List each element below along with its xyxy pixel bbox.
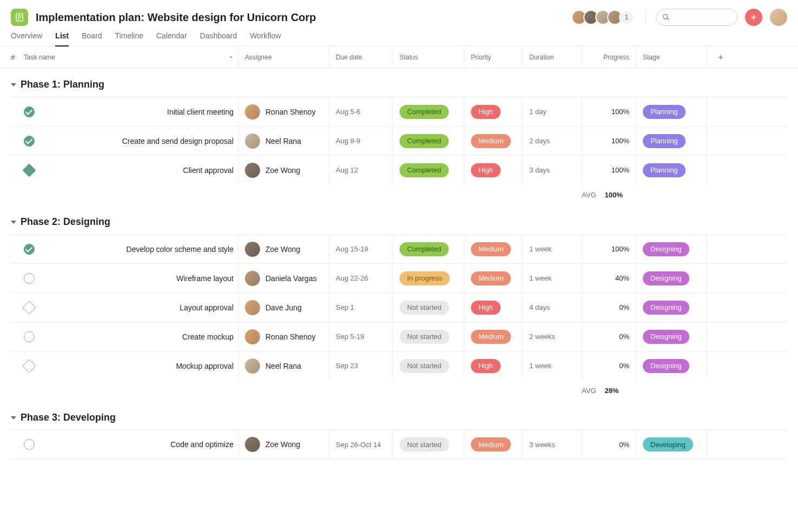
task-name[interactable]: Initial client meeting bbox=[167, 108, 234, 116]
priority-pill[interactable]: High bbox=[471, 163, 501, 177]
stage-pill[interactable]: Developing bbox=[643, 437, 693, 451]
assignee-cell[interactable]: Dave Jung bbox=[245, 300, 302, 315]
task-row[interactable]: Wireframe layoutDaniela VargasAug 22-26I… bbox=[11, 263, 787, 292]
tab-dashboard[interactable]: Dashboard bbox=[200, 31, 237, 46]
task-name[interactable]: Client approval bbox=[183, 166, 234, 175]
stage-pill[interactable]: Designing bbox=[643, 242, 689, 256]
task-name[interactable]: Create mockup bbox=[182, 332, 234, 341]
status-pill[interactable]: Completed bbox=[400, 163, 449, 177]
priority-pill[interactable]: Medium bbox=[471, 134, 511, 148]
due-date[interactable]: Aug 8-9 bbox=[336, 137, 361, 145]
task-row[interactable]: Mockup approvalNeel RanaSep 23Not starte… bbox=[11, 351, 787, 380]
complete-check-icon[interactable] bbox=[24, 273, 35, 284]
status-pill[interactable]: Completed bbox=[400, 242, 449, 256]
stage-pill[interactable]: Designing bbox=[643, 271, 689, 285]
due-date[interactable]: Aug 22-26 bbox=[336, 274, 368, 282]
milestone-icon[interactable] bbox=[22, 359, 36, 373]
priority-pill[interactable]: High bbox=[471, 301, 501, 315]
task-name[interactable]: Layout approval bbox=[179, 303, 234, 312]
add-button[interactable] bbox=[745, 9, 762, 26]
col-header-duration[interactable]: Duration bbox=[522, 46, 582, 68]
profile-avatar[interactable] bbox=[770, 9, 787, 26]
col-header-due[interactable]: Due date bbox=[329, 46, 393, 68]
add-column-button[interactable] bbox=[706, 46, 728, 68]
tab-timeline[interactable]: Timeline bbox=[115, 31, 143, 46]
task-name[interactable]: Mockup approval bbox=[176, 362, 234, 370]
progress-text[interactable]: 100% bbox=[611, 137, 629, 145]
duration-text[interactable]: 2 weeks bbox=[529, 332, 555, 341]
task-name[interactable]: Create and send design proposal bbox=[122, 137, 234, 145]
complete-check-icon[interactable] bbox=[24, 331, 35, 342]
project-icon[interactable] bbox=[11, 9, 28, 26]
task-row[interactable]: Client approvalZoe WongAug 12CompletedHi… bbox=[11, 155, 787, 184]
chevron-down-icon[interactable] bbox=[228, 55, 234, 60]
duration-text[interactable]: 2 days bbox=[529, 137, 550, 145]
due-date[interactable]: Aug 12 bbox=[336, 166, 358, 174]
section-header[interactable]: Phase 3: Developing bbox=[11, 401, 787, 430]
project-title[interactable]: Implementation plan: Website design for … bbox=[36, 11, 564, 24]
task-row[interactable]: Create and send design proposalNeel Rana… bbox=[11, 126, 787, 155]
priority-pill[interactable]: High bbox=[471, 105, 501, 119]
progress-text[interactable]: 100% bbox=[611, 108, 629, 116]
duration-text[interactable]: 1 week bbox=[529, 245, 551, 253]
progress-text[interactable]: 0% bbox=[619, 362, 629, 370]
stage-pill[interactable]: Designing bbox=[643, 359, 689, 373]
due-date[interactable]: Aug 5-6 bbox=[336, 108, 361, 116]
complete-check-icon[interactable] bbox=[24, 107, 35, 117]
col-header-assignee[interactable]: Assignee bbox=[238, 46, 329, 68]
search-input[interactable] bbox=[656, 9, 737, 26]
stage-pill[interactable]: Planning bbox=[643, 105, 686, 119]
due-date[interactable]: Sep 26-Oct 14 bbox=[336, 441, 381, 449]
due-date[interactable]: Aug 15-19 bbox=[336, 245, 368, 253]
progress-text[interactable]: 0% bbox=[619, 441, 629, 449]
duration-text[interactable]: 1 week bbox=[529, 274, 551, 282]
col-header-status[interactable]: Status bbox=[393, 46, 464, 68]
task-name[interactable]: Code and optimize bbox=[170, 440, 234, 449]
due-date[interactable]: Sep 23 bbox=[336, 362, 358, 370]
duration-text[interactable]: 4 days bbox=[529, 303, 550, 311]
assignee-cell[interactable]: Ronan Shenoy bbox=[245, 329, 316, 344]
assignee-cell[interactable]: Daniela Vargas bbox=[245, 271, 317, 286]
col-header-progress[interactable]: Progress bbox=[582, 46, 636, 68]
section-header[interactable]: Phase 2: Designing bbox=[11, 205, 787, 234]
task-row[interactable]: Develop color scheme and styleZoe WongAu… bbox=[11, 234, 787, 263]
status-pill[interactable]: Not started bbox=[400, 301, 449, 315]
status-pill[interactable]: Completed bbox=[400, 134, 449, 148]
tab-board[interactable]: Board bbox=[82, 31, 102, 46]
stage-pill[interactable]: Designing bbox=[643, 330, 689, 344]
duration-text[interactable]: 1 week bbox=[529, 362, 551, 370]
priority-pill[interactable]: Medium bbox=[471, 271, 511, 285]
stage-pill[interactable]: Planning bbox=[643, 134, 686, 148]
task-row[interactable]: Initial client meetingRonan ShenoyAug 5-… bbox=[11, 97, 787, 126]
col-header-task[interactable]: Task name bbox=[24, 54, 238, 61]
task-name[interactable]: Wireframe layout bbox=[176, 274, 234, 283]
status-pill[interactable]: In progress bbox=[400, 271, 450, 285]
status-pill[interactable]: Not started bbox=[400, 359, 449, 373]
status-pill[interactable]: Not started bbox=[400, 437, 449, 451]
duration-text[interactable]: 3 days bbox=[529, 166, 550, 174]
milestone-icon[interactable] bbox=[22, 163, 36, 177]
assignee-cell[interactable]: Zoe Wong bbox=[245, 437, 300, 452]
assignee-cell[interactable]: Zoe Wong bbox=[245, 242, 300, 257]
tab-workflow[interactable]: Workflow bbox=[250, 31, 281, 46]
status-pill[interactable]: Completed bbox=[400, 105, 449, 119]
member-overflow-count[interactable]: 1 bbox=[619, 10, 634, 25]
col-header-priority[interactable]: Priority bbox=[464, 46, 522, 68]
complete-check-icon[interactable] bbox=[24, 136, 35, 147]
assignee-cell[interactable]: Zoe Wong bbox=[245, 163, 300, 178]
progress-text[interactable]: 100% bbox=[611, 166, 629, 174]
stage-pill[interactable]: Designing bbox=[643, 301, 689, 315]
tab-overview[interactable]: Overview bbox=[11, 31, 42, 46]
section-header[interactable]: Phase 1: Planning bbox=[11, 68, 787, 97]
assignee-cell[interactable]: Neel Rana bbox=[245, 134, 301, 149]
member-avatars[interactable]: 1 bbox=[571, 10, 634, 25]
assignee-cell[interactable]: Neel Rana bbox=[245, 358, 301, 374]
task-name[interactable]: Develop color scheme and style bbox=[127, 245, 234, 254]
progress-text[interactable]: 40% bbox=[615, 274, 629, 282]
due-date[interactable]: Sep 5-19 bbox=[336, 332, 364, 341]
milestone-icon[interactable] bbox=[22, 301, 36, 314]
priority-pill[interactable]: Medium bbox=[471, 242, 511, 256]
assignee-cell[interactable]: Ronan Shenoy bbox=[245, 104, 316, 119]
progress-text[interactable]: 0% bbox=[619, 332, 629, 341]
col-header-stage[interactable]: Stage bbox=[636, 46, 706, 68]
